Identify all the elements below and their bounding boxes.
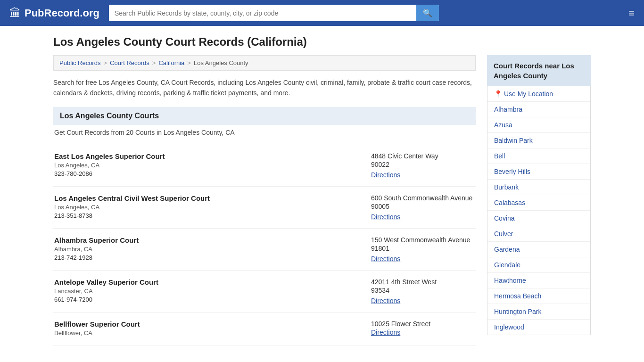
section-heading: Los Angeles County Courts <box>53 107 476 125</box>
court-street: 42011 4th Street West <box>371 278 475 286</box>
section-sub-heading: Get Court Records from 20 Courts in Los … <box>53 129 476 136</box>
court-address: 10025 Flower Street Directions <box>371 320 475 338</box>
sidebar-city-item[interactable]: Azusa <box>487 117 590 133</box>
left-column: Public Records > Court Records > Califor… <box>53 55 476 346</box>
court-address: 42011 4th Street West 93534 Directions <box>371 278 475 304</box>
search-bar: 🔍 <box>109 5 439 21</box>
sidebar-city-link[interactable]: Inglewood <box>487 320 590 335</box>
directions-link[interactable]: Directions <box>371 329 400 336</box>
page-title: Los Angeles County Court Records (Califo… <box>53 35 591 49</box>
court-info: Alhambra Superior Court Alhambra, CA 213… <box>54 236 139 263</box>
court-zip: 90022 <box>371 161 475 168</box>
menu-button[interactable]: ≡ <box>628 7 635 19</box>
court-street: 10025 Flower Street <box>371 320 475 328</box>
court-name: Alhambra Superior Court <box>54 236 139 244</box>
sidebar-city-item[interactable]: Huntington Park <box>487 304 590 320</box>
sidebar-city-item[interactable]: Inglewood <box>487 320 590 335</box>
court-street: 150 West Commonwealth Avenue <box>371 236 475 244</box>
court-zip: 93534 <box>371 287 475 294</box>
court-name: Bellflower Superior Court <box>54 320 140 328</box>
court-location: Bellflower, CA <box>54 329 140 337</box>
use-location-label: Use My Location <box>504 90 553 98</box>
court-zip: 91801 <box>371 245 475 252</box>
sidebar-city-link[interactable]: Bell <box>487 148 590 164</box>
sidebar-city-link[interactable]: Beverly Hills <box>487 164 590 179</box>
court-location: Lancaster, CA <box>54 288 158 295</box>
court-entry: Alhambra Superior Court Alhambra, CA 213… <box>53 229 476 271</box>
breadcrumb-public-records[interactable]: Public Records <box>59 59 100 66</box>
court-name: East Los Angeles Superior Court <box>54 152 165 160</box>
court-location: Los Angeles, CA <box>54 204 210 211</box>
sidebar-city-item[interactable]: Baldwin Park <box>487 133 590 148</box>
court-info: Bellflower Superior Court Bellflower, CA <box>54 320 140 338</box>
breadcrumb-california[interactable]: California <box>158 59 184 66</box>
sidebar-city-item[interactable]: Calabasas <box>487 195 590 211</box>
sidebar-city-link[interactable]: Baldwin Park <box>487 133 590 148</box>
directions-link[interactable]: Directions <box>371 171 400 179</box>
logo-text: PubRecord.org <box>25 7 99 19</box>
directions-link[interactable]: Directions <box>371 255 400 263</box>
sidebar-city-link[interactable]: Huntington Park <box>487 304 590 319</box>
sidebar-title: Court Records near Los Angeles County <box>487 55 591 86</box>
sidebar-city-link[interactable]: Alhambra <box>487 102 590 117</box>
sidebar-city-link[interactable]: Hermosa Beach <box>487 288 590 304</box>
court-entry: Bellflower Superior Court Bellflower, CA… <box>53 313 476 346</box>
court-location: Alhambra, CA <box>54 246 139 253</box>
sidebar-city-link[interactable]: Culver <box>487 226 590 241</box>
sidebar-city-item[interactable]: Burbank <box>487 180 590 195</box>
court-entry: Los Angeles Central Civil West Superior … <box>53 187 476 229</box>
sidebar-city-item[interactable]: Bell <box>487 148 590 164</box>
sidebar-city-link[interactable]: Hawthorne <box>487 273 590 288</box>
sidebar-city-item[interactable]: Beverly Hills <box>487 164 590 180</box>
right-sidebar: Court Records near Los Angeles County 📍 … <box>487 55 591 346</box>
court-phone: 661-974-7200 <box>54 296 158 303</box>
sidebar-city-item[interactable]: Hawthorne <box>487 273 590 288</box>
court-location: Los Angeles, CA <box>54 162 165 169</box>
directions-link[interactable]: Directions <box>371 297 400 304</box>
sidebar-use-location[interactable]: 📍 Use My Location <box>487 86 590 102</box>
breadcrumb-current: Los Angeles County <box>194 59 248 66</box>
courts-list: East Los Angeles Superior Court Los Ange… <box>53 145 476 346</box>
main-container: Los Angeles County Court Records (Califo… <box>39 26 605 355</box>
sidebar-city-link[interactable]: Gardena <box>487 242 590 257</box>
sidebar-city-link[interactable]: Covina <box>487 211 590 226</box>
breadcrumb-sep-3: > <box>187 59 191 66</box>
sidebar-city-link[interactable]: Burbank <box>487 180 590 195</box>
court-address: 4848 Civic Center Way 90022 Directions <box>371 152 475 179</box>
sidebar-city-item[interactable]: Alhambra <box>487 102 590 117</box>
court-phone: 213-742-1928 <box>54 254 139 261</box>
search-input[interactable] <box>109 6 416 21</box>
court-street: 600 South Commonwealth Avenue <box>371 194 475 202</box>
court-street: 4848 Civic Center Way <box>371 152 475 160</box>
location-icon: 📍 <box>494 90 502 98</box>
description: Search for free Los Angeles County, CA C… <box>53 77 476 99</box>
court-entry: East Los Angeles Superior Court Los Ange… <box>53 145 476 187</box>
sidebar-city-link[interactable]: Azusa <box>487 117 590 132</box>
court-phone: 323-780-2086 <box>54 170 165 177</box>
sidebar-city-item[interactable]: Hermosa Beach <box>487 288 590 304</box>
breadcrumb: Public Records > Court Records > Califor… <box>53 55 476 71</box>
sidebar-city-item[interactable]: Culver <box>487 226 590 242</box>
header: 🏛 PubRecord.org 🔍 ≡ <box>0 0 644 26</box>
sidebar-city-item[interactable]: Gardena <box>487 242 590 257</box>
breadcrumb-sep-1: > <box>103 59 107 66</box>
court-zip: 90005 <box>371 203 475 210</box>
logo[interactable]: 🏛 PubRecord.org <box>9 7 99 20</box>
breadcrumb-sep-2: > <box>152 59 156 66</box>
sidebar-city-item[interactable]: Glendale <box>487 257 590 273</box>
sidebar-city-item[interactable]: Covina <box>487 211 590 226</box>
directions-link[interactable]: Directions <box>371 213 400 221</box>
court-address: 600 South Commonwealth Avenue 90005 Dire… <box>371 194 475 221</box>
court-info: Los Angeles Central Civil West Superior … <box>54 194 210 221</box>
court-name: Los Angeles Central Civil West Superior … <box>54 194 210 202</box>
court-phone: 213-351-8738 <box>54 212 210 219</box>
sidebar-city-link[interactable]: Glendale <box>487 257 590 272</box>
court-info: East Los Angeles Superior Court Los Ange… <box>54 152 165 179</box>
court-entry: Antelope Valley Superior Court Lancaster… <box>53 271 476 313</box>
breadcrumb-court-records[interactable]: Court Records <box>110 59 149 66</box>
court-info: Antelope Valley Superior Court Lancaster… <box>54 278 158 304</box>
search-button[interactable]: 🔍 <box>416 5 439 21</box>
content-layout: Public Records > Court Records > Califor… <box>53 55 591 346</box>
court-address: 150 West Commonwealth Avenue 91801 Direc… <box>371 236 475 263</box>
sidebar-city-link[interactable]: Calabasas <box>487 195 590 210</box>
